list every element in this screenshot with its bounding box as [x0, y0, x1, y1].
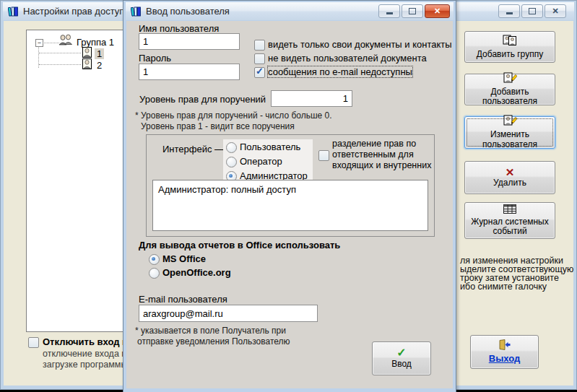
radio-operator-label[interactable]: Оператор	[240, 156, 282, 167]
checkbox-email-unavailable-label[interactable]: сообщения по e-mail недоступны	[268, 66, 412, 77]
checkbox-own-docs-only[interactable]	[254, 40, 265, 51]
journal-table-icon	[503, 204, 516, 217]
main-close-button[interactable]: ✕	[545, 4, 566, 18]
main-window-title: Настройки прав доступа	[23, 6, 130, 17]
radio-operator[interactable]	[226, 157, 237, 167]
radio-ms-office-label[interactable]: MS Office	[162, 253, 206, 264]
checkbox-hide-doc-users-label[interactable]: не видеть пользователей документа	[268, 53, 427, 64]
minimize-icon	[386, 12, 393, 14]
dialog-close-button[interactable]: ✕	[425, 4, 450, 18]
close-icon: ✕	[434, 7, 441, 15]
dialog-title: Ввод пользователя	[146, 6, 230, 17]
dialog-maximize-button[interactable]	[402, 4, 423, 18]
main-caption-buttons: ✕	[498, 4, 566, 18]
tree-group-label[interactable]: Группа 1	[74, 37, 116, 48]
close-icon: ✕	[552, 7, 558, 15]
dialog-caption-buttons: ✕	[378, 4, 450, 18]
tree-connector	[43, 43, 59, 43]
exit-button[interactable]: Выход	[470, 335, 539, 369]
group-icon	[58, 34, 73, 48]
exit-door-icon	[498, 339, 511, 353]
tree-connector	[39, 53, 81, 53]
interface-groupbox: Интерфейс — Пользователь Оператор Админи…	[146, 134, 435, 237]
add-group-icon	[503, 35, 517, 49]
level-label: Уровень прав для поручений	[139, 94, 266, 105]
office-label: Для вывода отчетов в Office использовать	[139, 240, 340, 251]
delete-label: Удалить	[493, 178, 526, 188]
email-label: E-mail пользователя	[139, 294, 227, 305]
app-books-icon	[8, 6, 19, 17]
checkbox-split-rights[interactable]	[318, 150, 329, 161]
password-input[interactable]	[139, 64, 240, 80]
tree-item-user-2[interactable]: 2	[95, 60, 104, 71]
add-user-icon	[503, 72, 517, 87]
level-note: * Уровень прав для поручений - число бол…	[135, 110, 332, 121]
edit-user-button[interactable]: Изменить пользователя	[464, 116, 555, 149]
enter-button[interactable]: ✓ Ввод	[372, 341, 431, 375]
add-user-button[interactable]: Добавить пользователя	[464, 74, 555, 105]
exit-label: Выход	[489, 354, 520, 365]
radio-openoffice[interactable]	[149, 268, 160, 279]
delete-x-icon: ✕	[506, 167, 515, 178]
main-minimize-button[interactable]	[498, 4, 520, 18]
add-group-label: Добавить группу	[477, 50, 543, 60]
add-group-button[interactable]: Добавить группу	[464, 31, 555, 63]
password-label: Пароль	[139, 53, 171, 64]
settings-help-text: ибо снимите галочку	[460, 282, 547, 292]
screen: Настройки прав доступа ✕ −	[0, 0, 577, 392]
checkbox-own-docs-only-label[interactable]: видеть только свои документы и контакты	[268, 39, 452, 50]
tree-connector	[39, 64, 81, 65]
edit-user-icon	[503, 115, 517, 129]
interface-radio-panel: Пользователь Оператор Администратор	[223, 139, 313, 186]
radio-ms-office[interactable]	[149, 254, 160, 265]
level-input[interactable]	[271, 90, 352, 107]
maximize-icon	[409, 8, 416, 14]
delete-button[interactable]: ✕ Удалить	[464, 161, 555, 194]
add-user-label: Добавить пользователя	[465, 87, 555, 108]
user-input-dialog: Ввод пользователя ✕ Имя пользователя Пар…	[123, 0, 456, 392]
minimize-icon	[506, 12, 513, 14]
journal-label: Журнал системных событий	[470, 217, 550, 238]
journal-button[interactable]: Журнал системных событий	[464, 202, 555, 239]
checkbox-split-rights-label[interactable]: разделение прав по ответственным для вхо…	[332, 139, 437, 171]
user-icon	[82, 58, 92, 71]
enter-button-label: Ввод	[391, 360, 412, 370]
dialog-books-icon	[131, 6, 142, 17]
disable-login-checkbox[interactable]	[28, 337, 39, 348]
main-maximize-button[interactable]	[521, 4, 543, 18]
level-note: Уровень прав 1 - видит все поручения	[141, 121, 295, 131]
maximize-icon	[529, 8, 536, 14]
interface-label: Интерфейс —	[162, 144, 224, 154]
radio-user-label[interactable]: Пользователь	[240, 141, 300, 152]
username-input[interactable]	[139, 33, 240, 50]
checkbox-hide-doc-users[interactable]	[254, 53, 265, 64]
edit-user-label: Изменить пользователя	[465, 130, 555, 150]
email-note: отправке уведомления Пользователю	[137, 336, 290, 347]
radio-user[interactable]	[226, 142, 237, 153]
email-input[interactable]	[139, 305, 318, 322]
dialog-minimize-button[interactable]	[378, 4, 400, 18]
checkmark-icon: ✓	[396, 347, 406, 359]
interface-description: Администратор: полный доступ	[152, 180, 428, 231]
email-note: * указывается в поле Получатель при	[135, 326, 286, 336]
username-label: Имя пользователя	[139, 23, 219, 34]
checkbox-email-unavailable[interactable]	[254, 67, 265, 78]
dialog-client-area: Имя пользователя Пароль видеть только св…	[126, 21, 453, 388]
radio-openoffice-label[interactable]: OpenOffice.org	[162, 267, 231, 278]
tree-item-user-1[interactable]: 1	[95, 48, 104, 59]
disable-login-label[interactable]: Отключить вход по	[43, 336, 134, 347]
